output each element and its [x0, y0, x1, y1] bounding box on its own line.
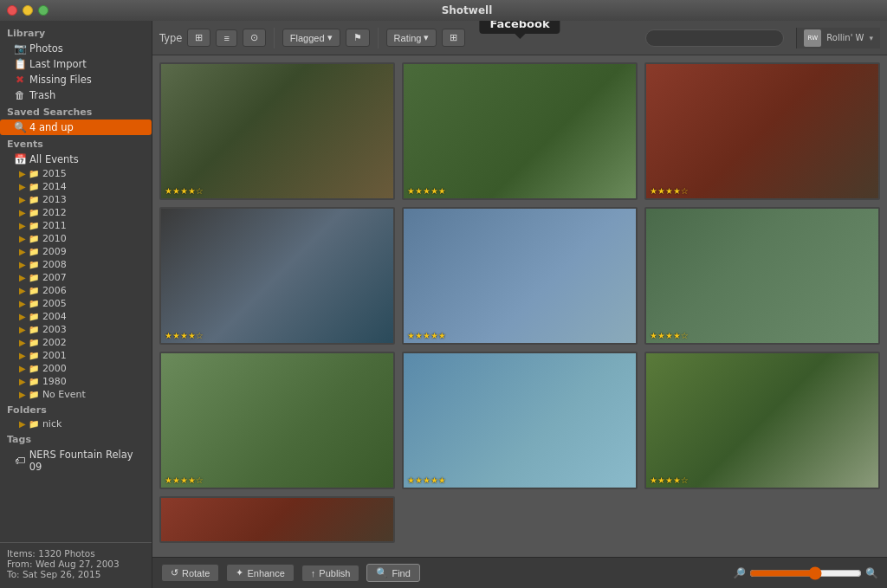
- sidebar-item-photos[interactable]: 📷 Photos: [0, 41, 152, 56]
- publish-icon: ↑: [311, 568, 316, 578]
- zoom-in-icon: 🔍: [865, 567, 878, 579]
- rating-btn[interactable]: Rating ▾: [386, 29, 437, 47]
- folders-section-label: Folders: [0, 401, 152, 417]
- sidebar-item-last-import[interactable]: 📋 Last Import: [0, 56, 152, 72]
- close-button[interactable]: [7, 5, 17, 16]
- toolbar-rating-icon-btn[interactable]: ⊞: [442, 29, 465, 47]
- folder-icon: ▶ 📁: [19, 221, 39, 230]
- sidebar-item-2014[interactable]: ▶ 📁2014: [0, 180, 152, 193]
- items-row: Items: 1320 Photos: [7, 548, 145, 559]
- photo-thumb[interactable]: ★★★★★: [402, 352, 638, 489]
- photo-thumb[interactable]: ★★★★☆: [644, 207, 880, 345]
- photo-thumb[interactable]: ★★★★☆: [644, 352, 880, 489]
- sidebar-item-trash[interactable]: 🗑 Trash: [0, 87, 152, 103]
- type-label: Type: [159, 32, 182, 44]
- flagged-btn[interactable]: Flagged ▾: [282, 29, 340, 47]
- enhance-icon: ✦: [236, 567, 243, 578]
- photo-thumb[interactable]: ★★★★☆: [159, 62, 395, 200]
- maximize-button[interactable]: [38, 5, 49, 16]
- tags-section-label: Tags: [0, 430, 152, 447]
- photo-thumb[interactable]: ★★★★☆: [159, 207, 395, 345]
- photo-thumb[interactable]: ★★★★★: [402, 62, 638, 200]
- folder-icon: ▶ 📁: [19, 260, 39, 269]
- sidebar-item-ners[interactable]: 🏷 NERS Fountain Relay 09: [0, 447, 152, 475]
- toolbar: Facebook Type ⊞ ≡ ⊙ Flagged ▾ ⚑ Rating ▾…: [152, 21, 887, 55]
- sidebar-item-2015[interactable]: ▶ 📁2015: [0, 167, 152, 180]
- sidebar-last-import-label: Last Import: [29, 58, 87, 70]
- all-events-icon: 📅: [14, 153, 26, 165]
- toolbar-grid-btn[interactable]: ⊞: [187, 29, 210, 47]
- sidebar-item-2005[interactable]: ▶ 📁2005: [0, 297, 152, 310]
- folder-icon: ▶ 📁: [19, 390, 39, 399]
- enhance-label: Enhance: [247, 568, 284, 578]
- sidebar-item-missing-files[interactable]: ✖ Missing Files: [0, 72, 152, 87]
- folder-icon: ▶ 📁: [19, 247, 39, 256]
- folder-icon: ▶ 📁: [19, 338, 39, 347]
- minimize-button[interactable]: [23, 5, 33, 16]
- sidebar: Library 📷 Photos 📋 Last Import ✖ Missing…: [0, 21, 152, 588]
- folder-icon: ▶ 📁: [19, 286, 39, 295]
- flagged-label: Flagged: [290, 33, 325, 43]
- photo-grid: ★★★★☆★★★★★★★★★☆★★★★☆★★★★★★★★★☆★★★★☆★★★★★…: [152, 55, 887, 557]
- from-row: From: Wed Aug 27, 2003: [7, 559, 145, 569]
- to-label: To:: [7, 569, 20, 579]
- sidebar-ners-label: NERS Fountain Relay 09: [29, 449, 146, 473]
- toolbar-list-btn[interactable]: ≡: [216, 29, 236, 47]
- photo-stars: ★★★★☆: [165, 475, 204, 485]
- library-section-label: Library: [0, 24, 152, 41]
- to-value: Sat Sep 26, 2015: [23, 569, 100, 579]
- flagged-chevron: ▾: [327, 32, 333, 43]
- folder-icon: ▶ 📁: [19, 169, 39, 178]
- photo-thumb[interactable]: ★★★★☆: [159, 352, 395, 489]
- toolbar-flag-icon-btn[interactable]: ⚑: [346, 29, 370, 47]
- zoom-slider[interactable]: [749, 566, 862, 580]
- last-import-icon: 📋: [14, 58, 26, 70]
- sidebar-item-2012[interactable]: ▶ 📁2012: [0, 206, 152, 219]
- sidebar-item-4-and-up[interactable]: 🔍 4 and up: [0, 120, 152, 135]
- photo-thumb[interactable]: ★★★★☆: [644, 62, 880, 200]
- sidebar-item-nick[interactable]: ▶ 📁 nick: [0, 417, 152, 430]
- profile-chevron: ▾: [869, 34, 873, 42]
- sidebar-item-2002[interactable]: ▶ 📁2002: [0, 336, 152, 349]
- toolbar-group-btn[interactable]: ⊙: [243, 29, 266, 47]
- folder-icon: ▶ 📁: [19, 299, 39, 308]
- publish-button[interactable]: ↑ Publish: [301, 565, 360, 582]
- folder-icon: ▶ 📁: [19, 273, 39, 282]
- folder-icon: ▶ 📁: [19, 419, 39, 429]
- sidebar-nick-label: nick: [42, 418, 62, 430]
- sidebar-item-2003[interactable]: ▶ 📁2003: [0, 323, 152, 336]
- photo-stars: ★★★★★: [407, 186, 446, 196]
- sidebar-item-2000[interactable]: ▶ 📁2000: [0, 362, 152, 375]
- sidebar-item-2001[interactable]: ▶ 📁2001: [0, 349, 152, 362]
- sidebar-item-2013[interactable]: ▶ 📁2013: [0, 193, 152, 206]
- sidebar-item-2007[interactable]: ▶ 📁2007: [0, 271, 152, 284]
- items-label: Items:: [7, 548, 36, 559]
- saved-searches-section-label: Saved Searches: [0, 103, 152, 120]
- sidebar-item-2004[interactable]: ▶ 📁2004: [0, 310, 152, 323]
- find-label: Find: [392, 568, 410, 578]
- folder-icon: ▶ 📁: [19, 195, 39, 204]
- folder-icon: ▶ 📁: [19, 377, 39, 386]
- zoom-slider-wrap: 🔎 🔍: [733, 566, 878, 580]
- events-section-label: Events: [0, 135, 152, 152]
- photo-thumb[interactable]: ★★★★★: [402, 207, 638, 345]
- sidebar-item-2010[interactable]: ▶ 📁2010: [0, 232, 152, 245]
- find-button[interactable]: 🔍 Find: [366, 564, 419, 582]
- folder-icon: ▶ 📁: [19, 234, 39, 243]
- sidebar-item-no-event[interactable]: ▶ 📁No Event: [0, 388, 152, 401]
- enhance-button[interactable]: ✦ Enhance: [226, 564, 294, 582]
- missing-files-icon: ✖: [14, 74, 26, 86]
- photo-thumb-partial[interactable]: [159, 496, 395, 543]
- sidebar-missing-files-label: Missing Files: [29, 74, 92, 86]
- sidebar-item-2006[interactable]: ▶ 📁2006: [0, 284, 152, 297]
- find-icon: 🔍: [376, 567, 388, 578]
- rotate-button[interactable]: ↺ Rotate: [161, 564, 219, 582]
- tag-icon: 🏷: [14, 455, 26, 467]
- sidebar-item-1980[interactable]: ▶ 📁1980: [0, 375, 152, 388]
- sidebar-item-2008[interactable]: ▶ 📁2008: [0, 258, 152, 271]
- sidebar-item-2009[interactable]: ▶ 📁2009: [0, 245, 152, 258]
- sidebar-item-all-events[interactable]: 📅 All Events: [0, 152, 152, 167]
- sidebar-item-2011[interactable]: ▶ 📁2011: [0, 219, 152, 232]
- avatar: RW: [804, 29, 821, 47]
- search-input[interactable]: [645, 29, 784, 47]
